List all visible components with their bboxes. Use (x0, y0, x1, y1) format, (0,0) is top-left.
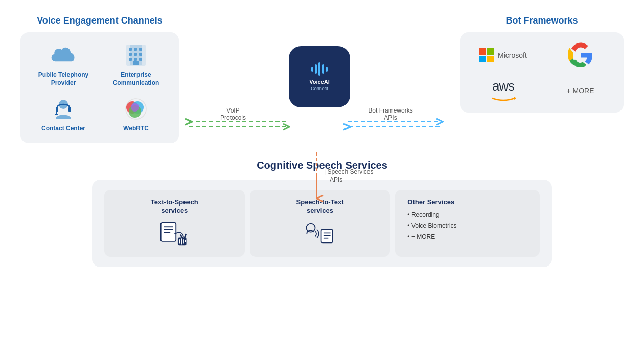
svg-rect-10 (139, 48, 142, 51)
channel-webrtc: WebRTC (102, 96, 170, 133)
other-services-title: Other Services (407, 198, 527, 206)
svg-marker-27 (514, 97, 516, 100)
voice-channels-title: Voice Engagement Channels (37, 15, 163, 26)
svg-rect-9 (134, 48, 137, 51)
other-services: Other Services Recording Voice Biometric… (395, 190, 540, 257)
voice-channels-box: Public TelephonyProvider (20, 32, 179, 143)
more-label: + MORE (566, 86, 594, 95)
other-service-more: + MORE (407, 232, 527, 243)
headset-icon (49, 96, 78, 122)
cognitive-box: Text-to-Speechservices (92, 180, 552, 267)
telephony-label: Public TelephonyProvider (38, 71, 88, 87)
microsoft-label: Microsoft (498, 51, 527, 59)
other-services-list: Recording Voice Biometrics + MORE (407, 210, 527, 243)
enterprise-label: EnterpriseCommunication (113, 71, 159, 87)
center-section: VoiceAI Connect (289, 15, 350, 107)
bot-frameworks-section: Bot Frameworks Microsoft (460, 15, 624, 113)
top-row: Voice Engagement Channels Public Telepho… (0, 0, 644, 143)
svg-rect-17 (133, 61, 139, 65)
svg-rect-16 (139, 58, 142, 61)
svg-rect-12 (134, 53, 137, 56)
svg-rect-13 (139, 53, 142, 56)
tts-title: Text-to-Speechservices (151, 198, 198, 215)
tts-service: Text-to-Speechservices (104, 190, 245, 257)
stt-icon (305, 220, 335, 249)
waveform-icon (311, 62, 328, 76)
voiceai-brand-label: VoiceAI (309, 79, 330, 85)
webrtc-icon (122, 96, 150, 122)
webrtc-label: WebRTC (123, 125, 149, 133)
stt-title: Speech-to-Textservices (296, 198, 344, 215)
voiceai-box: VoiceAI Connect (289, 46, 350, 107)
stt-service: Speech-to-Textservices (250, 190, 390, 257)
microsoft-logo: Microsoft (479, 48, 527, 62)
svg-rect-19 (56, 107, 58, 112)
more-text: + MORE (566, 86, 594, 95)
tts-icon (159, 220, 190, 249)
other-service-recording: Recording (407, 210, 527, 221)
ms-grid-icon (479, 48, 494, 62)
cloud-icon (49, 42, 78, 68)
diagram-container: VoIP Protocols Bot Frameworks APIs | Spe… (0, 0, 644, 354)
channel-contact-center: Contact Center (30, 96, 97, 133)
voiceai-sub-label: Connect (311, 86, 328, 91)
bot-frameworks-box: Microsoft aws (460, 32, 624, 113)
aws-text-label: aws (492, 78, 514, 94)
svg-rect-15 (134, 58, 137, 61)
cognitive-title: Cognitive Speech Services (257, 160, 387, 171)
svg-rect-11 (129, 53, 132, 56)
voice-channels-section: Voice Engagement Channels Public Telepho… (20, 15, 179, 143)
aws-logo: aws (491, 78, 516, 102)
svg-rect-38 (321, 230, 333, 243)
contact-center-label: Contact Center (41, 125, 85, 133)
svg-rect-14 (129, 58, 132, 61)
cognitive-speech-section: Cognitive Speech Services Text-to-Speech… (0, 160, 644, 267)
google-logo (568, 42, 593, 68)
svg-rect-8 (129, 48, 132, 51)
channel-public-telephony: Public TelephonyProvider (30, 42, 97, 87)
svg-point-26 (131, 103, 139, 112)
svg-rect-28 (161, 223, 176, 241)
svg-rect-20 (68, 107, 71, 112)
channel-enterprise: EnterpriseCommunication (102, 42, 170, 87)
other-service-biometrics: Voice Biometrics (407, 220, 527, 232)
bot-frameworks-title: Bot Frameworks (505, 15, 578, 26)
building-icon (122, 42, 150, 68)
